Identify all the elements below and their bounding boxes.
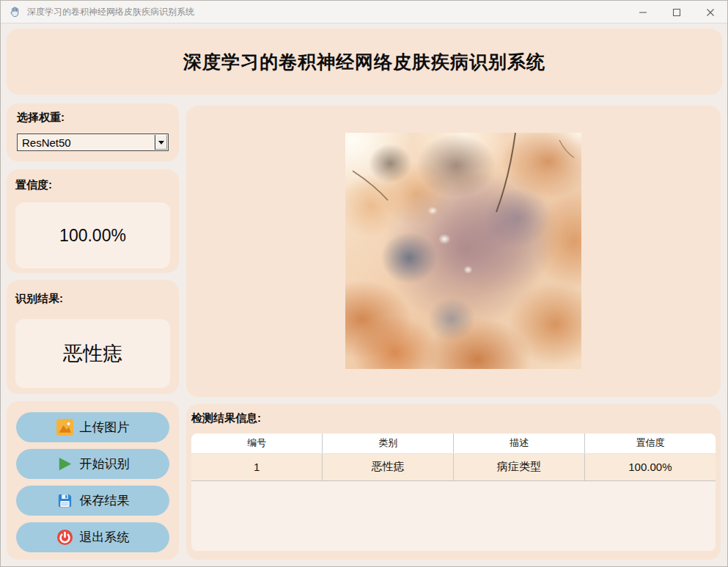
chevron-down-icon [158,141,164,145]
close-button[interactable] [694,1,727,23]
exit-system-label: 退出系统 [80,529,130,546]
image-panel [186,106,721,397]
cell-description: 病症类型 [454,453,585,480]
hand-icon [9,6,21,18]
results-label: 检测结果信息: [191,411,716,425]
cell-category: 恶性痣 [323,453,454,480]
weight-label: 选择权重: [17,111,169,125]
start-recognition-button[interactable]: 开始识别 [16,449,169,479]
table-header-row: 编号 类别 描述 置信度 [191,434,716,453]
save-result-button[interactable]: 保存结果 [16,486,169,516]
start-recognition-label: 开始识别 [80,456,130,472]
save-icon [56,492,73,509]
weight-panel: 选择权重: ResNet50 [7,103,179,161]
weight-selected-value: ResNet50 [22,136,71,149]
header-panel: 深度学习的卷积神经网络皮肤疾病识别系统 [7,29,722,95]
col-header-description: 描述 [454,434,585,453]
hair-strokes [345,133,581,369]
close-icon [706,8,715,17]
results-panel: 检测结果信息: 编号 类别 描述 置信度 1 恶性痣 病症类型 [186,404,721,560]
play-icon [56,456,73,472]
confidence-label: 置信度: [15,178,170,192]
titlebar: 深度学习的卷积神经网络皮肤疾病识别系统 [1,1,727,23]
page-title: 深度学习的卷积神经网络皮肤疾病识别系统 [183,50,545,74]
minimize-button[interactable] [626,1,660,23]
exit-system-button[interactable]: 退出系统 [16,522,169,552]
weight-select[interactable]: ResNet50 [17,133,169,151]
upload-image-label: 上传图片 [80,419,130,436]
maximize-button[interactable] [660,1,694,23]
results-table: 编号 类别 描述 置信度 1 恶性痣 病症类型 100.00% [191,434,716,481]
power-icon [56,529,73,546]
maximize-icon [672,8,681,17]
table-row[interactable]: 1 恶性痣 病症类型 100.00% [191,453,716,480]
upload-image-button[interactable]: 上传图片 [16,412,169,442]
results-table-container: 编号 类别 描述 置信度 1 恶性痣 病症类型 100.00% [191,434,716,551]
col-header-id: 编号 [191,434,323,453]
app-window: 深度学习的卷积神经网络皮肤疾病识别系统 深度学习的卷积神经网络皮肤疾病识别系统 … [0,0,728,567]
confidence-value: 100.00% [59,226,126,246]
result-box: 恶性痣 [15,319,170,388]
lesion-image [345,133,581,369]
combo-dropdown-button[interactable] [155,135,167,150]
minimize-icon [639,8,647,17]
confidence-panel: 置信度: 100.00% [7,169,179,273]
image-icon [56,419,73,436]
cell-id: 1 [191,453,323,480]
col-header-confidence: 置信度 [584,434,716,453]
result-panel: 识别结果: 恶性痣 [7,280,179,394]
col-header-category: 类别 [323,434,454,453]
result-label: 识别结果: [15,292,170,306]
actions-panel: 上传图片 开始识别 保存结果 退出 [7,401,179,560]
result-value: 恶性痣 [63,340,122,367]
cell-confidence: 100.00% [584,453,716,480]
window-title: 深度学习的卷积神经网络皮肤疾病识别系统 [27,6,194,18]
save-result-label: 保存结果 [80,492,130,509]
confidence-box: 100.00% [15,202,170,268]
